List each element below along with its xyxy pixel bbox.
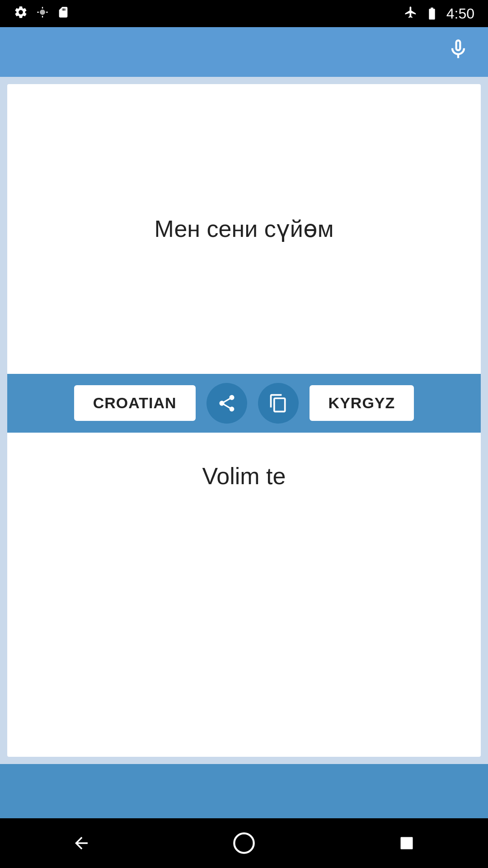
airplane-icon xyxy=(404,5,418,22)
source-language-button[interactable]: CROATIAN xyxy=(74,385,196,421)
svg-rect-3 xyxy=(42,16,43,18)
svg-point-6 xyxy=(234,833,253,853)
bottom-action-bar xyxy=(0,764,488,818)
status-icons-left xyxy=(14,5,70,23)
status-icons-right: 4:50 xyxy=(404,5,474,22)
recents-button[interactable] xyxy=(389,825,425,861)
share-icon xyxy=(217,393,237,413)
nav-bar xyxy=(0,818,488,868)
status-time: 4:50 xyxy=(446,5,474,22)
translation-panel[interactable]: Volim te xyxy=(7,433,481,757)
source-panel[interactable]: Мен сени сүйөм xyxy=(7,84,481,374)
back-button[interactable] xyxy=(63,825,99,861)
svg-point-1 xyxy=(40,9,45,15)
sd-card-icon xyxy=(57,6,70,22)
target-language-button[interactable]: KYRGYZ xyxy=(310,385,414,421)
main-content: Мен сени сүйөм CROATIAN KYRGYZ Volim te xyxy=(0,77,488,764)
svg-rect-4 xyxy=(37,11,39,12)
controls-bar: CROATIAN KYRGYZ xyxy=(7,374,481,433)
copy-icon xyxy=(268,393,288,413)
svg-rect-5 xyxy=(46,11,48,12)
svg-rect-2 xyxy=(42,7,43,9)
battery-icon xyxy=(425,6,439,21)
microphone-icon[interactable] xyxy=(446,38,470,66)
brightness-icon xyxy=(36,6,49,22)
svg-rect-7 xyxy=(401,837,413,849)
copy-button[interactable] xyxy=(258,383,299,424)
settings-icon xyxy=(14,5,28,23)
home-button[interactable] xyxy=(226,825,262,861)
translation-text: Volim te xyxy=(202,460,286,493)
source-text: Мен сени сүйөм xyxy=(155,212,334,245)
share-button[interactable] xyxy=(206,383,247,424)
app-bar xyxy=(0,27,488,77)
status-bar: 4:50 xyxy=(0,0,488,27)
